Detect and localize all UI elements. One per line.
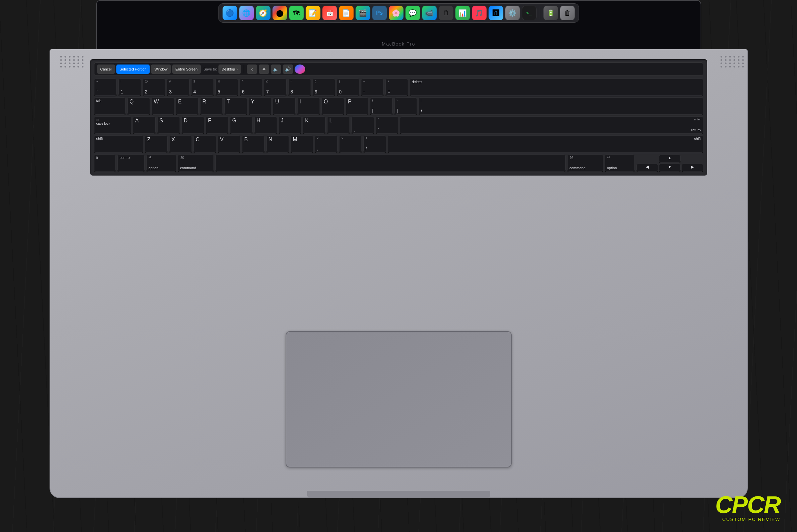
key-fn[interactable]: fn [94, 154, 116, 172]
key-comma[interactable]: < , [315, 135, 338, 153]
key-caret-6[interactable]: ^ 6 [240, 78, 262, 96]
speaker-dot [73, 62, 75, 64]
key-dollar-4[interactable]: $ 4 [191, 78, 214, 96]
key-r[interactable]: R [200, 97, 223, 115]
speaker-dot [738, 62, 739, 64]
dock-messages-icon[interactable]: 💬 [405, 6, 420, 20]
key-g[interactable]: G [230, 116, 253, 134]
dock-maps-icon[interactable]: 🗺 [289, 6, 304, 20]
key-n[interactable]: N [266, 135, 289, 153]
key-o[interactable]: O [322, 97, 344, 115]
key-star-8[interactable]: * 8 [288, 78, 311, 96]
key-lbracket[interactable]: { [ [370, 97, 393, 115]
key-minus[interactable]: – - [361, 78, 384, 96]
dock-photos-icon[interactable]: 🌸 [389, 6, 403, 20]
key-command-left[interactable]: ⌘ command [178, 154, 214, 172]
key-rparen-0[interactable]: ) 0 [337, 78, 359, 96]
dock-facetime-icon[interactable]: 📹 [422, 6, 437, 20]
key-c[interactable]: C [193, 135, 216, 153]
key-m[interactable]: M [290, 135, 313, 153]
key-option-right[interactable]: alt option [605, 154, 635, 172]
key-tilde-backtick[interactable]: ~ ` [94, 78, 117, 96]
key-arrow-right[interactable]: ▶ [682, 164, 703, 172]
key-slash[interactable]: ? / [363, 135, 386, 153]
key-control[interactable]: control [117, 154, 145, 172]
key-w[interactable]: W [152, 97, 174, 115]
key-command-right[interactable]: ⌘ command [567, 154, 603, 172]
touchbar-cancel-button[interactable]: Cancel [97, 64, 115, 74]
key-x[interactable]: X [169, 135, 192, 153]
key-f[interactable]: F [206, 116, 228, 134]
touchbar-desktop-button[interactable]: Desktop › [219, 64, 241, 74]
key-k[interactable]: K [303, 116, 325, 134]
key-backslash[interactable]: | \ [419, 97, 703, 115]
dock-calendar-icon[interactable]: 📅 [322, 6, 337, 20]
key-delete[interactable]: delete [410, 78, 703, 96]
key-d[interactable]: D [182, 116, 204, 134]
key-l[interactable]: L [327, 116, 350, 134]
dock-notes-icon[interactable]: 📝 [306, 6, 320, 20]
dock-safari-icon[interactable]: 🧭 [256, 6, 270, 20]
dock-imovie-icon[interactable]: 🎬 [356, 6, 370, 20]
touchbar-brightness-icon[interactable]: ✳ [259, 64, 269, 74]
key-caps-lock[interactable]: caps lock [94, 116, 131, 134]
trackpad[interactable] [286, 331, 512, 468]
dock-numbers-icon[interactable]: 📊 [455, 6, 470, 20]
key-exclaim-1[interactable]: ! 1 [118, 78, 141, 96]
key-arrow-left[interactable]: ◀ [637, 164, 658, 172]
key-amp-7[interactable]: & 7 [264, 78, 287, 96]
key-shift-left[interactable]: shift [94, 135, 143, 153]
dock-trash-icon[interactable]: 🗑 [560, 6, 574, 20]
dock-separator [539, 7, 540, 19]
dock-ps-icon[interactable]: Ps [372, 6, 387, 20]
touchbar-volume-down-icon[interactable]: 🔈 [271, 64, 281, 74]
key-arrow-up[interactable]: ▲ [659, 155, 681, 163]
key-y[interactable]: Y [249, 97, 271, 115]
dock-chrome-icon[interactable]: ⬤ [272, 6, 287, 20]
key-shift-right[interactable]: shift [388, 135, 703, 153]
key-u[interactable]: U [273, 97, 296, 115]
key-j[interactable]: J [279, 116, 301, 134]
touchbar-volume-up-icon[interactable]: 🔊 [283, 64, 293, 74]
dock-notes2-icon[interactable]: 🗒 [439, 6, 453, 20]
dock-appstore-icon[interactable]: 🅰 [489, 6, 503, 20]
dock-siri-icon[interactable]: 🌐 [239, 6, 254, 20]
key-b[interactable]: B [242, 135, 265, 153]
key-enter[interactable]: enter return [400, 116, 703, 134]
key-option-left[interactable]: alt option [146, 154, 176, 172]
key-semicolon[interactable]: : ; [352, 116, 374, 134]
dock-pages-icon[interactable]: 📄 [339, 6, 354, 20]
key-tab[interactable]: tab [94, 97, 126, 115]
dock-terminal-icon[interactable]: >_ [522, 6, 536, 20]
key-lparen-9[interactable]: ( 9 [312, 78, 335, 96]
key-p[interactable]: P [346, 97, 368, 115]
key-q[interactable]: Q [127, 97, 150, 115]
touchbar-siri-icon[interactable] [295, 64, 305, 74]
key-percent-5[interactable]: % 5 [215, 78, 238, 96]
key-a[interactable]: A [133, 116, 156, 134]
key-e[interactable]: E [176, 97, 198, 115]
key-v[interactable]: V [218, 135, 241, 153]
key-space[interactable] [215, 154, 566, 172]
key-plus-equals[interactable]: + = [385, 78, 408, 96]
key-z[interactable]: Z [145, 135, 168, 153]
key-s[interactable]: S [157, 116, 180, 134]
dock-finder-icon[interactable]: 🔵 [223, 6, 237, 20]
key-h[interactable]: H [254, 116, 277, 134]
dock-music-icon[interactable]: 🎵 [472, 6, 487, 20]
key-arrow-down[interactable]: ▼ [659, 164, 681, 172]
touchbar-window-button[interactable]: Window [151, 64, 171, 74]
keyboard-row-qwerty: tab Q W E R T Y U I O P { [ } ] [94, 97, 703, 115]
key-i[interactable]: I [297, 97, 320, 115]
key-rbracket[interactable]: } ] [394, 97, 417, 115]
dock-battery-icon[interactable]: 🔋 [543, 6, 558, 20]
key-hash-3[interactable]: # 3 [167, 78, 190, 96]
key-t[interactable]: T [224, 97, 247, 115]
touchbar-entire-screen-button[interactable]: Entire Screen [172, 64, 201, 74]
key-at-2[interactable]: @ 2 [143, 78, 165, 96]
touchbar-selected-portion-button[interactable]: Selected Portion [116, 64, 150, 74]
touchbar-brightness-left-icon[interactable]: ‹ [247, 64, 258, 74]
dock-system-prefs-icon[interactable]: ⚙️ [505, 6, 520, 20]
key-quote[interactable]: " ' [376, 116, 398, 134]
key-period[interactable]: > . [339, 135, 362, 153]
